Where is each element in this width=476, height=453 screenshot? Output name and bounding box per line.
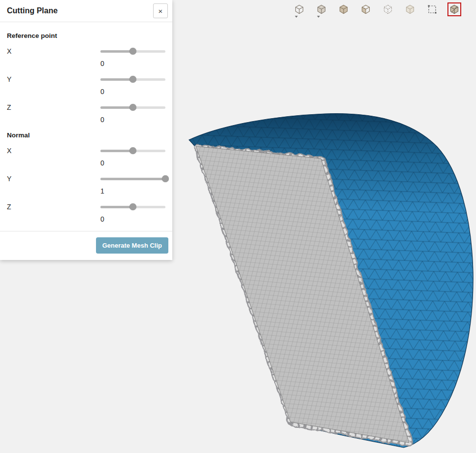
normal-heading: Normal [7, 131, 165, 139]
light-cube-icon[interactable] [404, 3, 416, 15]
slider-thumb[interactable] [129, 203, 136, 210]
normal-y-value: 1 [100, 187, 165, 195]
panel-title: Cutting Plane [7, 6, 58, 15]
slider-thumb[interactable] [129, 76, 136, 83]
cutting-plane-panel: Cutting Plane × Reference point X 0 Y 0 [0, 0, 172, 260]
generate-mesh-clip-button[interactable]: Generate Mesh Clip [96, 237, 168, 254]
close-button[interactable]: × [153, 3, 168, 18]
close-icon: × [159, 7, 163, 15]
normal-x-slider[interactable] [100, 147, 165, 155]
reference-y-slider[interactable] [100, 75, 165, 83]
normal-x-value: 0 [100, 159, 165, 167]
slider-row-normal-y: Y [7, 175, 165, 183]
mesh-clip-icon[interactable] [448, 3, 460, 15]
slider-row-reference-z: Z [7, 103, 165, 111]
slider-thumb[interactable] [129, 147, 136, 154]
reference-z-slider[interactable] [100, 103, 165, 111]
axis-label: Y [7, 75, 11, 83]
slider-fill [100, 150, 133, 152]
slider-row-normal-z: Z [7, 203, 165, 211]
slider-fill [100, 106, 133, 109]
axis-label: X [7, 147, 11, 155]
shaded-cube-icon[interactable] [316, 3, 327, 15]
panel-body: Reference point X 0 Y 0 Z [0, 22, 172, 231]
reference-z-value: 0 [100, 116, 165, 124]
panel-header: Cutting Plane × [0, 0, 172, 22]
dropdown-caret-icon[interactable] [317, 16, 320, 18]
normal-z-slider[interactable] [100, 203, 165, 211]
view-toolbar [293, 3, 460, 15]
slider-row-reference-x: X [7, 47, 165, 55]
slider-fill [100, 78, 133, 81]
axis-label: X [7, 47, 11, 55]
normal-z-value: 0 [100, 215, 165, 223]
half-cube-icon[interactable] [360, 3, 372, 15]
half-cylinder-mesh [189, 114, 473, 448]
reference-point-heading: Reference point [7, 32, 165, 39]
wireframe-cube-icon[interactable] [293, 3, 305, 15]
dotted-cube-icon[interactable] [382, 3, 394, 15]
slider-fill [100, 50, 133, 53]
slider-thumb[interactable] [129, 48, 136, 55]
slider-fill [100, 178, 165, 180]
reference-x-slider[interactable] [100, 47, 165, 55]
slider-fill [100, 206, 133, 208]
slider-thumb[interactable] [129, 104, 136, 111]
slider-thumb[interactable] [162, 175, 169, 182]
slider-row-normal-x: X [7, 147, 165, 155]
slider-row-reference-y: Y [7, 75, 165, 83]
solid-cube-icon[interactable] [338, 3, 349, 15]
reference-x-value: 0 [100, 60, 165, 67]
dropdown-caret-icon[interactable] [295, 16, 298, 18]
box-select-icon[interactable] [426, 3, 438, 15]
axis-label: Z [7, 203, 11, 211]
normal-y-slider[interactable] [100, 175, 165, 183]
axis-label: Z [7, 103, 11, 111]
panel-footer: Generate Mesh Clip [0, 231, 172, 260]
reference-y-value: 0 [100, 88, 165, 96]
axis-label: Y [7, 175, 11, 183]
